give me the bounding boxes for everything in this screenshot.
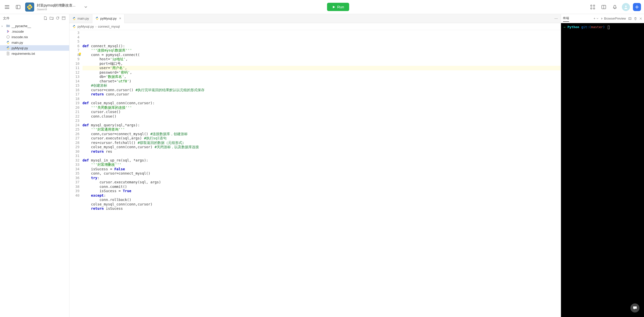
apps-icon[interactable] <box>589 3 597 11</box>
python-file-icon <box>72 25 76 28</box>
split-icon[interactable] <box>600 3 608 11</box>
tree-item[interactable]: ›__pycache__ <box>0 23 69 29</box>
svg-rect-6 <box>591 8 592 9</box>
chevron-down-icon[interactable] <box>84 5 88 9</box>
close-panel-icon[interactable] <box>639 17 642 20</box>
avatar[interactable] <box>622 3 630 11</box>
svg-rect-7 <box>593 8 595 9</box>
new-file-icon[interactable] <box>44 16 48 21</box>
svg-rect-11 <box>62 17 65 20</box>
project-author[interactable]: Jiawen9 <box>37 8 75 11</box>
menu-button[interactable] <box>3 3 11 11</box>
tree-item[interactable]: requirements.txt <box>0 51 69 56</box>
python-file-icon <box>72 17 76 20</box>
python-file-icon <box>95 17 99 20</box>
sidebar-title: 文件 <box>3 16 42 21</box>
py-file-icon <box>6 40 10 44</box>
breadcrumb[interactable]: pyMysql.py › connect_mysql <box>69 23 561 30</box>
refresh-icon[interactable] <box>56 16 60 21</box>
trash-icon[interactable] <box>634 17 637 20</box>
browser-preview-button[interactable]: BrowserPreview <box>601 17 626 20</box>
nix-file-icon <box>6 35 10 39</box>
code-editor[interactable]: 3456789101112131415161718192021222324252… <box>69 30 561 317</box>
collapse-icon[interactable] <box>62 16 66 21</box>
project-info[interactable]: 封装pymsql的增删改查... Jiawen9 <box>25 3 88 12</box>
editor-tab[interactable]: main.py <box>69 14 92 23</box>
folder-icon <box>6 24 10 28</box>
terminal[interactable]: → Python git:(master) <box>561 23 644 317</box>
topbar: 封装pymsql的增删改查... Jiawen9 Run <box>0 0 644 14</box>
breadcrumb-symbol: connect_mysql <box>98 25 120 28</box>
svg-rect-5 <box>593 5 595 6</box>
svg-point-3 <box>30 9 31 9</box>
panel-toggle-button[interactable] <box>14 3 22 11</box>
play-icon <box>332 5 336 9</box>
lightbulb-icon[interactable]: 💡 <box>78 52 82 57</box>
editor-tab[interactable]: pyMysql.py× <box>92 14 125 23</box>
file-tree: ›__pycache__.inscodeinscode.nixmain.pypy… <box>0 23 69 317</box>
terminal-tab[interactable]: 终端 <box>563 15 569 22</box>
svg-point-2 <box>29 5 29 5</box>
tree-item[interactable]: main.py <box>0 40 69 45</box>
sidebar: 文件 ›__pycache__.inscodeinscode.nixmain.p… <box>0 14 69 317</box>
tree-item[interactable]: pyMysql.py <box>0 45 69 51</box>
ins-file-icon <box>6 29 10 33</box>
new-button[interactable] <box>633 3 641 11</box>
tree-item[interactable]: inscode.nix <box>0 34 69 40</box>
svg-rect-4 <box>591 5 592 6</box>
terminal-cursor <box>608 26 610 29</box>
project-title: 封装pymsql的增删改查... <box>37 3 75 8</box>
tabs-more-button[interactable]: ⋯ <box>551 17 561 20</box>
chat-button[interactable] <box>630 303 639 312</box>
editor-area: main.pypyMysql.py× ⋯ pyMysql.py › connec… <box>69 14 561 317</box>
new-terminal-button[interactable]: ＋ <box>593 16 598 21</box>
txt-file-icon <box>6 51 10 56</box>
python-icon <box>25 3 34 12</box>
run-button[interactable]: Run <box>327 3 349 11</box>
bell-icon[interactable] <box>611 3 619 11</box>
editor-tabs: main.pypyMysql.py× ⋯ <box>69 14 561 23</box>
new-folder-icon[interactable] <box>50 16 54 21</box>
terminal-panel: 终端 ＋ BrowserPreview → Python git: <box>561 14 644 317</box>
close-icon[interactable]: × <box>119 16 121 20</box>
tree-item[interactable]: .inscode <box>0 29 69 34</box>
svg-rect-0 <box>16 5 20 9</box>
svg-point-10 <box>625 6 627 7</box>
py-file-icon <box>6 46 10 50</box>
breadcrumb-file: pyMysql.py <box>77 25 94 28</box>
split-terminal-icon[interactable] <box>628 17 631 20</box>
